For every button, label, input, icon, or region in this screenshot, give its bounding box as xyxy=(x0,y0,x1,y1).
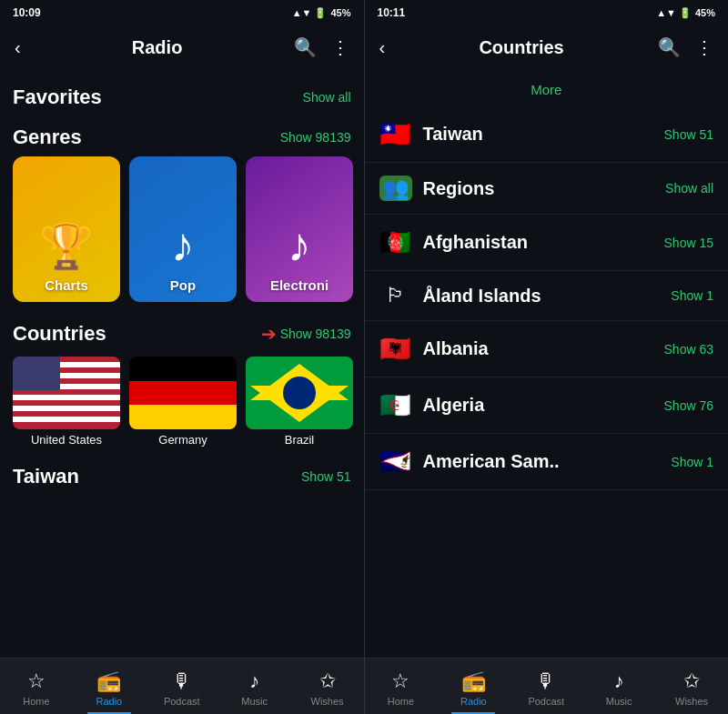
flag-albania: 🇦🇱 xyxy=(379,334,412,364)
podcast-label-left: Podcast xyxy=(164,696,200,707)
signal-icon: ▲▼ 🔋 xyxy=(292,7,328,19)
search-button-right[interactable]: 🔍 xyxy=(654,33,684,62)
music-icon-left: ♪ xyxy=(249,669,259,693)
flag-taiwan: 🇹🇼 xyxy=(379,119,412,149)
countries-title-left: Countries xyxy=(13,322,106,346)
favorites-show-link[interactable]: Show all xyxy=(303,90,351,105)
show-algeria[interactable]: Show 76 xyxy=(664,398,713,413)
nav-wishes-left[interactable]: ✩ Wishes xyxy=(291,659,364,714)
show-american-samoa[interactable]: Show 1 xyxy=(671,455,713,469)
home-icon-right: ☆ xyxy=(391,669,410,693)
flag-aland: 🏳 xyxy=(379,284,412,307)
nav-podcast-right[interactable]: 🎙 Podcast xyxy=(510,659,582,714)
country-row-albania[interactable]: 🇦🇱 Albania Show 63 xyxy=(365,321,729,377)
nav-music-right[interactable]: ♪ Music xyxy=(582,659,655,714)
music-icon-right: ♪ xyxy=(614,669,624,693)
radio-icon-left: 📻 xyxy=(96,669,121,693)
bottom-nav-right: ☆ Home 📻 Radio 🎙 Podcast ♪ Music ✩ Wishe… xyxy=(365,658,729,714)
country-row-aland[interactable]: 🏳 Åland Islands Show 1 xyxy=(365,271,729,321)
home-label-left: Home xyxy=(23,696,49,707)
nav-podcast-left[interactable]: 🎙 Podcast xyxy=(146,659,218,714)
arrow-annotation: ➔ xyxy=(261,323,277,345)
name-taiwan: Taiwan xyxy=(423,124,653,145)
genres-title: Genres xyxy=(13,126,82,149)
flag-item-br[interactable]: Brazil xyxy=(246,357,353,447)
more-button-right[interactable]: ⋮ xyxy=(692,33,717,62)
name-afghanistan: Afghanistan xyxy=(423,232,653,253)
genre-card-electro[interactable]: ♪ Electroni xyxy=(246,156,353,302)
show-albania[interactable]: Show 63 xyxy=(664,342,713,357)
flag-afghanistan: 🇦🇫 xyxy=(379,227,412,257)
name-american-samoa: American Sam.. xyxy=(423,451,661,472)
country-row-american-samoa[interactable]: 🇦🇸 American Sam.. Show 1 xyxy=(365,434,729,490)
nav-radio-right[interactable]: 📻 Radio xyxy=(437,659,510,714)
podcast-icon-right: 🎙 xyxy=(536,669,556,693)
music-label-right: Music xyxy=(606,696,632,707)
page-title-left: Radio xyxy=(32,37,283,58)
battery-left: 45% xyxy=(330,7,350,18)
countries-show-link[interactable]: Show 98139 xyxy=(280,327,351,341)
wishes-icon-right: ✩ xyxy=(683,669,700,693)
nav-wishes-right[interactable]: ✩ Wishes xyxy=(655,659,728,714)
home-icon-left: ☆ xyxy=(27,669,46,693)
genre-card-charts[interactable]: 🏆 Charts xyxy=(13,156,120,302)
pop-label: Pop xyxy=(170,277,196,293)
taiwan-show-link[interactable]: Show 51 xyxy=(301,469,350,484)
more-button-left[interactable]: ⋮ xyxy=(328,33,353,62)
electro-icon: ♪ xyxy=(288,217,311,272)
radio-label-left: Radio xyxy=(96,696,122,707)
genre-cards-row: 🏆 Charts ♪ Pop ♪ Electroni xyxy=(0,156,364,313)
nav-home-right[interactable]: ☆ Home xyxy=(365,659,438,714)
back-button-right[interactable]: ‹ xyxy=(376,34,389,62)
music-label-left: Music xyxy=(241,696,268,707)
radio-icon-right: 📻 xyxy=(461,669,486,693)
battery-right: 45% xyxy=(695,7,715,18)
genres-section-header: Genres Show 98139 xyxy=(0,116,364,156)
wishes-label-right: Wishes xyxy=(675,696,708,707)
search-button-left[interactable]: 🔍 xyxy=(290,33,320,62)
time-right: 10:11 xyxy=(378,6,406,19)
flag-algeria: 🇩🇿 xyxy=(379,390,412,420)
back-button-left[interactable]: ‹ xyxy=(11,34,25,62)
genre-card-pop[interactable]: ♪ Pop xyxy=(129,156,237,302)
name-albania: Albania xyxy=(423,338,653,359)
page-title-right: Countries xyxy=(396,37,647,58)
charts-label: Charts xyxy=(45,277,88,293)
flag-regions: 👥 xyxy=(379,176,412,201)
nav-radio-left[interactable]: 📻 Radio xyxy=(73,659,146,714)
signal-icon-right: ▲▼ 🔋 xyxy=(656,7,692,19)
countries-list: 🇹🇼 Taiwan Show 51 👥 Regions Show all 🇦🇫 … xyxy=(365,106,729,490)
br-flag-box xyxy=(246,357,353,429)
country-row-afghanistan[interactable]: 🇦🇫 Afghanistan Show 15 xyxy=(365,215,729,271)
country-row-algeria[interactable]: 🇩🇿 Algeria Show 76 xyxy=(365,377,729,434)
taiwan-title: Taiwan xyxy=(13,465,79,488)
status-icons-right: ▲▼ 🔋 45% xyxy=(656,7,715,19)
header-left: ‹ Radio 🔍 ⋮ xyxy=(0,25,364,69)
show-afghanistan[interactable]: Show 15 xyxy=(664,236,713,250)
de-flag-box xyxy=(129,357,237,429)
nav-music-left[interactable]: ♪ Music xyxy=(218,659,291,714)
flag-item-de[interactable]: Germany xyxy=(129,357,237,447)
status-icons-left: ▲▼ 🔋 45% xyxy=(292,7,351,19)
podcast-icon-left: 🎙 xyxy=(172,669,192,693)
br-label: Brazil xyxy=(285,433,315,447)
country-row-regions[interactable]: 👥 Regions Show all xyxy=(365,163,729,215)
scroll-content-left: Favorites Show all Genres Show 98139 🏆 C… xyxy=(0,69,364,658)
flag-row: United States Germany Brazil xyxy=(0,353,364,456)
favorites-title: Favorites xyxy=(13,85,102,109)
nav-home-left[interactable]: ☆ Home xyxy=(0,659,73,714)
charts-icon: 🏆 xyxy=(39,221,94,272)
show-regions[interactable]: Show all xyxy=(665,181,713,196)
status-bar-left: 10:09 ▲▼ 🔋 45% xyxy=(0,0,364,25)
show-taiwan[interactable]: Show 51 xyxy=(664,127,713,142)
show-aland[interactable]: Show 1 xyxy=(671,288,713,303)
right-panel: 10:11 ▲▼ 🔋 45% ‹ Countries 🔍 ⋮ More 🇹🇼 T… xyxy=(365,0,729,714)
country-row-taiwan[interactable]: 🇹🇼 Taiwan Show 51 xyxy=(365,106,729,163)
name-regions: Regions xyxy=(423,178,655,199)
flag-item-us[interactable]: United States xyxy=(13,357,120,447)
podcast-label-right: Podcast xyxy=(528,696,564,707)
genres-show-link[interactable]: Show 98139 xyxy=(280,130,351,145)
more-label[interactable]: More xyxy=(365,76,729,106)
favorites-section: Favorites Show all xyxy=(0,76,364,116)
scroll-content-right: More 🇹🇼 Taiwan Show 51 👥 Regions Show al… xyxy=(365,69,729,658)
